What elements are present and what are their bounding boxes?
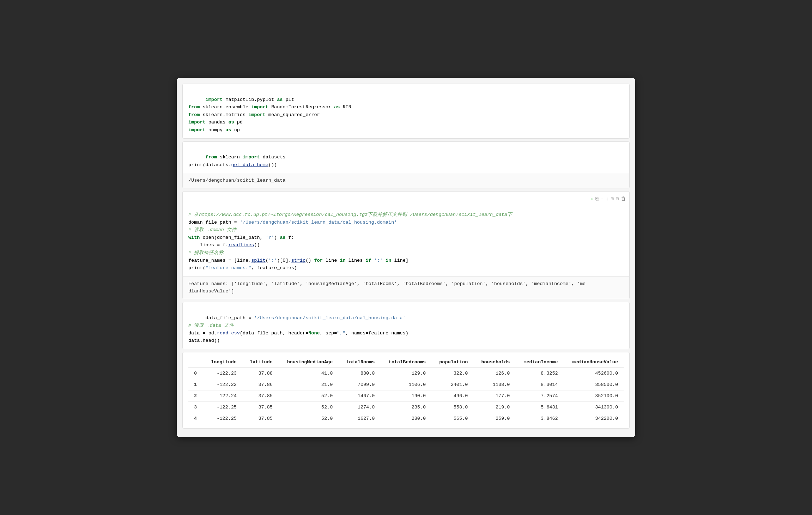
- table-row: 3 -122.25 37.85 52.0 1274.0 235.0 558.0 …: [188, 402, 624, 413]
- string: ':': [374, 258, 383, 263]
- cell: 37.85: [242, 402, 278, 413]
- col-totalrooms: totalRooms: [338, 357, 380, 368]
- table-container: longitude latitude housingMedianAge tota…: [183, 352, 629, 428]
- col-medianincome: medianIncome: [515, 357, 563, 368]
- cell: 558.0: [431, 402, 473, 413]
- string: ':': [268, 258, 277, 263]
- cell: 126.0: [473, 368, 515, 379]
- comment: # 读取 .data 文件: [188, 323, 234, 328]
- cell: -122.25: [203, 413, 242, 424]
- keyword: from: [188, 112, 200, 117]
- keyword: import: [243, 154, 260, 160]
- cell-1-code: import matplotlib.pyplot as plt from skl…: [183, 84, 629, 138]
- cell: 219.0: [473, 402, 515, 413]
- keyword: in: [386, 258, 391, 263]
- cell-4: data_file_path = '/Users/dengchuan/sciki…: [182, 302, 630, 349]
- run-icon[interactable]: ✦: [590, 195, 593, 203]
- move-up-icon[interactable]: ↑: [600, 195, 603, 203]
- col-medianhousevalue: medianHouseValue: [564, 357, 624, 368]
- add-above-icon[interactable]: ⊞: [611, 195, 613, 203]
- string: '/Users/dengchuan/scikit_learn_data/cal_…: [240, 220, 397, 225]
- cell-3: ✦ ⎘ ↑ ↓ ⊞ ⊟ 🗑 # 从https://www.dcc.fc.up.p…: [182, 191, 630, 299]
- cell: 235.0: [380, 402, 431, 413]
- cell: 52.0: [278, 413, 338, 424]
- table-row: 2 -122.24 37.85 52.0 1467.0 190.0 496.0 …: [188, 390, 624, 402]
- cell-2-output: /Users/dengchuan/scikit_learn_data: [183, 173, 629, 188]
- cell-3-output: Feature names: ['longitude', 'latitude',…: [183, 276, 629, 299]
- keyword: in: [340, 258, 345, 263]
- cell: 37.88: [242, 368, 278, 379]
- table-row: 4 -122.25 37.85 52.0 1627.0 280.0 565.0 …: [188, 413, 624, 424]
- col-index: [188, 357, 203, 368]
- cell: 2401.0: [431, 379, 473, 390]
- keyword: as: [334, 104, 340, 110]
- col-housingmedianage: housingMedianAge: [278, 357, 338, 368]
- cell: 342200.0: [564, 413, 624, 424]
- cell: -122.23: [203, 368, 242, 379]
- cell-3-code: ✦ ⎘ ↑ ↓ ⊞ ⊟ 🗑 # 从https://www.dcc.fc.up.p…: [183, 192, 629, 276]
- cell: 190.0: [380, 390, 431, 402]
- keyword: import: [188, 127, 206, 133]
- keyword: as: [277, 97, 283, 102]
- comment: # 从https://www.dcc.fc.up.pt/~ltorgo/Regr…: [188, 212, 512, 217]
- cell-2: from sklearn import datasets print(datas…: [182, 141, 630, 188]
- cell: 452600.0: [564, 368, 624, 379]
- cell: 496.0: [431, 390, 473, 402]
- keyword: import: [206, 97, 223, 102]
- keyword: for: [314, 258, 323, 263]
- keyword: import: [248, 112, 266, 117]
- cell: 565.0: [431, 413, 473, 424]
- cell: 37.85: [242, 390, 278, 402]
- keyword: import: [251, 104, 268, 110]
- cell: 280.0: [380, 413, 431, 424]
- comment: # 读取 .doman 文件: [188, 227, 237, 232]
- cell: 37.85: [242, 413, 278, 424]
- row-index-1: 1: [188, 379, 203, 390]
- delete-icon[interactable]: 🗑: [621, 195, 626, 203]
- cell: 52.0: [278, 390, 338, 402]
- keyword: from: [206, 154, 217, 160]
- cell: 1467.0: [338, 390, 380, 402]
- cell: 880.0: [338, 368, 380, 379]
- col-longitude: longitude: [203, 357, 242, 368]
- string: "Feature names:": [206, 265, 252, 271]
- method-ref: read_csv: [217, 331, 240, 336]
- keyword: as: [280, 235, 285, 240]
- col-households: households: [473, 357, 515, 368]
- col-population: population: [431, 357, 473, 368]
- cell-toolbar[interactable]: ✦ ⎘ ↑ ↓ ⊞ ⊟ 🗑: [590, 195, 626, 203]
- method-ref: split: [251, 258, 266, 263]
- cell: 7.2574: [515, 390, 563, 402]
- table-row: 0 -122.23 37.88 41.0 880.0 129.0 322.0 1…: [188, 368, 624, 379]
- keyword: if: [365, 258, 371, 263]
- cell: 7099.0: [338, 379, 380, 390]
- method-ref: strip: [291, 258, 306, 263]
- cell: 177.0: [473, 390, 515, 402]
- move-down-icon[interactable]: ↓: [606, 195, 608, 203]
- keyword: with: [188, 235, 200, 240]
- row-index-3: 3: [188, 402, 203, 413]
- cell: 8.3252: [515, 368, 563, 379]
- table-row: 1 -122.22 37.86 21.0 7099.0 1106.0 2401.…: [188, 379, 624, 390]
- keyword: as: [225, 127, 231, 133]
- copy-icon[interactable]: ⎘: [595, 195, 598, 203]
- cell-5-table: longitude latitude housingMedianAge tota…: [182, 352, 630, 429]
- col-latitude: latitude: [242, 357, 278, 368]
- add-below-icon[interactable]: ⊟: [616, 195, 619, 203]
- cell: 1627.0: [338, 413, 380, 424]
- cell: 341300.0: [564, 402, 624, 413]
- method-ref: get_data_home: [231, 162, 268, 168]
- table-header-row: longitude latitude housingMedianAge tota…: [188, 357, 624, 368]
- cell: 358500.0: [564, 379, 624, 390]
- notebook-container: import matplotlib.pyplot as plt from skl…: [177, 78, 635, 437]
- keyword: None: [308, 331, 320, 336]
- row-index-2: 2: [188, 390, 203, 402]
- cell: 1106.0: [380, 379, 431, 390]
- cell: 322.0: [431, 368, 473, 379]
- cell: -122.24: [203, 390, 242, 402]
- cell: 5.6431: [515, 402, 563, 413]
- cell-1: import matplotlib.pyplot as plt from skl…: [182, 84, 630, 139]
- cell: 1138.0: [473, 379, 515, 390]
- string: ",": [337, 331, 345, 336]
- cell: 129.0: [380, 368, 431, 379]
